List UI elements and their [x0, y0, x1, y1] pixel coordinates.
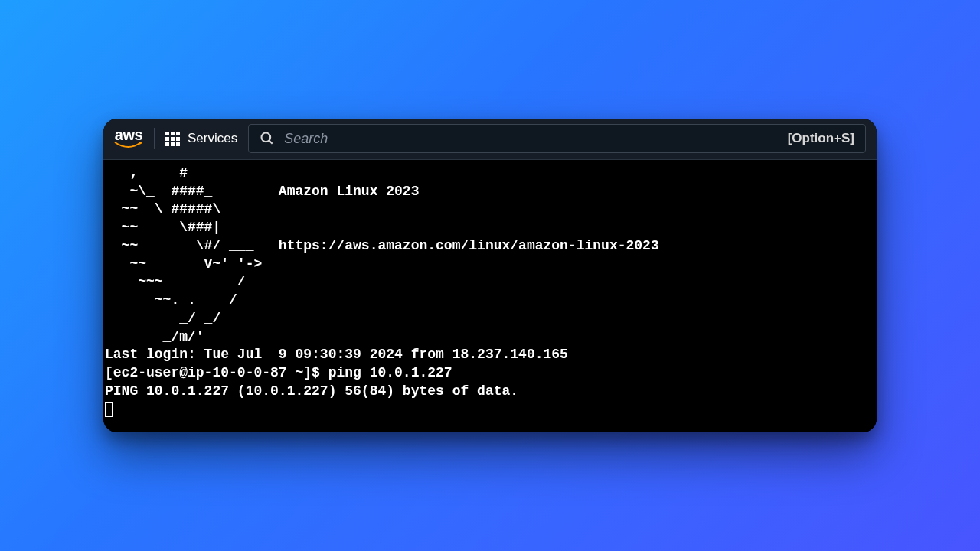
ping-output-line: PING 10.0.1.227 (10.0.1.227) 56(84) byte… — [105, 383, 518, 399]
motd-line: ~\_ ####_ Amazon Linux 2023 — [105, 184, 419, 199]
aws-logo-text: aws — [115, 127, 142, 142]
motd-line: ~~ V~' '-> — [105, 256, 262, 272]
motd-line: ~~._. _/ — [105, 292, 237, 308]
aws-logo[interactable]: aws — [114, 127, 143, 150]
last-login-line: Last login: Tue Jul 9 09:30:39 2024 from… — [105, 347, 568, 362]
aws-smile-icon — [114, 141, 143, 150]
search-shortcut: [Option+S] — [788, 131, 854, 146]
grid-icon — [165, 132, 180, 146]
motd-line: ~~ \_#####\ — [105, 201, 220, 217]
motd-line: ~~ \#/ ___ https://aws.amazon.com/linux/… — [105, 238, 659, 253]
motd-line: , #_ — [105, 165, 196, 181]
motd-line: _/m/' — [105, 329, 204, 344]
terminal-body[interactable]: , #_ ~\_ ####_ Amazon Linux 2023 ~~ \_##… — [103, 160, 877, 433]
motd-line: ~~~ / — [105, 274, 246, 289]
search-bar[interactable]: [Option+S] — [248, 124, 866, 153]
terminal-cursor — [105, 402, 113, 417]
prompt-line: [ec2-user@ip-10-0-0-87 ~]$ ping 10.0.1.2… — [105, 365, 452, 380]
svg-line-1 — [270, 141, 273, 144]
search-input[interactable] — [284, 131, 778, 147]
motd-line: ~~ \###| — [105, 220, 220, 235]
motd-line: _/ _/ — [105, 311, 220, 326]
aws-header-bar: aws Services [Option+S] — [103, 119, 877, 160]
svg-point-0 — [262, 133, 271, 142]
terminal-window: aws Services [Option+S] , #_ ~\ — [103, 119, 877, 433]
services-menu[interactable]: Services — [165, 131, 237, 146]
services-label: Services — [188, 131, 237, 146]
search-icon — [260, 131, 275, 146]
header-divider — [154, 128, 155, 149]
